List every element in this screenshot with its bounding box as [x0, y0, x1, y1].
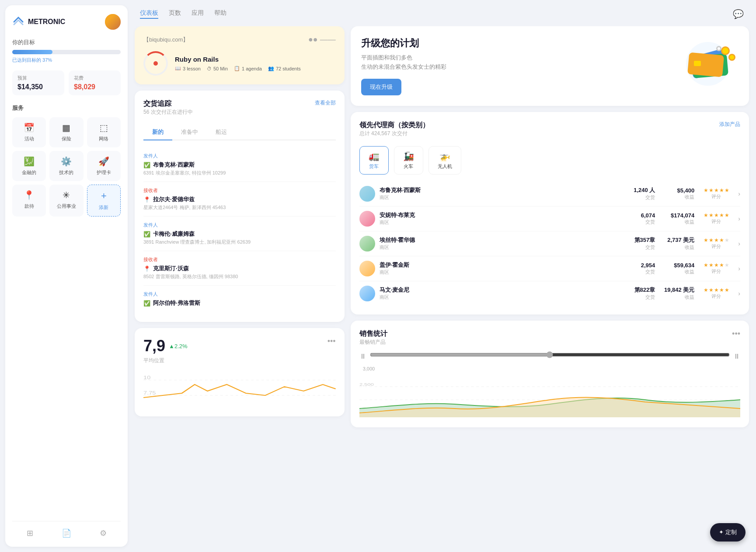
agent-stat-2: 第357章 交货	[629, 236, 655, 251]
svg-rect-7	[687, 52, 724, 77]
svg-point-12	[730, 55, 734, 59]
service-finance[interactable]: 💹 金融的	[12, 151, 46, 181]
agent-rev-label-2: 收益	[659, 244, 694, 251]
cat-tab-train[interactable]: 🚂 火车	[394, 146, 423, 175]
agent-arrow-0[interactable]: ›	[738, 190, 740, 197]
nav-dashboard[interactable]: 仪表板	[140, 9, 158, 19]
service-reception[interactable]: 📍 款待	[12, 185, 46, 217]
goal-section: 你的目标 已达到目标的 37%	[12, 38, 121, 63]
chat-icon[interactable]: 💬	[733, 9, 744, 19]
nav-right: 💬	[733, 9, 744, 19]
agent-arrow-4[interactable]: ›	[738, 290, 740, 297]
sales-title-area: 销售统计 最畅销产品	[359, 329, 387, 351]
network-icon: ⬚	[100, 122, 108, 133]
tab-new[interactable]: 新的	[143, 125, 172, 140]
service-activity[interactable]: 📅 活动	[12, 117, 46, 147]
play-icon-left: ⏸	[359, 353, 366, 360]
agent-stat-4: 第822章 交货	[629, 286, 655, 300]
rating-label-2: 评分	[711, 243, 721, 250]
delivery-item-1: 接收者 📍 拉尔夫·爱德华兹 星家大道2464号 梅萨, 新泽西州 45463	[143, 182, 336, 217]
sender-icon-4: ✅	[143, 300, 150, 307]
nav-apps[interactable]: 应用	[192, 9, 204, 19]
illustration-svg	[669, 40, 739, 92]
delivery-link[interactable]: 查看全部	[315, 99, 336, 107]
customize-button[interactable]: ✦ 定制	[710, 523, 746, 542]
stars-3: ★★★★★	[704, 262, 729, 268]
agenda-icon: 📋	[234, 66, 240, 71]
sales-chart: 2,500	[359, 374, 740, 417]
agent-region-0: 南区	[380, 194, 625, 201]
agent-arrow-1[interactable]: ›	[738, 215, 740, 222]
promo-ring	[143, 51, 168, 76]
agent-row-4: 马文·麦金尼 南区 第822章 交货 19,842 美元 收益	[359, 281, 740, 306]
agent-money-2: 2,737 美元 收益	[659, 236, 694, 251]
upgrade-desc-line2: 生动的未混合紫色头发女士的精彩	[361, 63, 446, 70]
stars-2: ★★★★★	[704, 237, 729, 243]
service-add[interactable]: + 添新	[87, 185, 121, 217]
delivery-title: 交货追踪	[143, 99, 193, 108]
agent-list: 布鲁克林·西蒙斯 南区 1,240 人 交货 $5,400 收益	[359, 182, 740, 306]
avg-label: 平均位置	[143, 357, 336, 364]
service-tech[interactable]: ⚙️ 技术的	[49, 151, 83, 181]
upgrade-button[interactable]: 现在升级	[361, 79, 401, 95]
agenda-text: 1 agenda	[242, 66, 262, 71]
agent-arrow-2[interactable]: ›	[738, 240, 740, 247]
stars-4: ★★★★★	[704, 287, 729, 293]
nav-pages[interactable]: 页数	[169, 9, 181, 19]
tab-shipping[interactable]: 船运	[207, 125, 236, 140]
rating-label-3: 评分	[711, 268, 721, 275]
agent-info-3: 盖伊·霍金斯 南区	[380, 261, 625, 276]
upgrade-title: 升级您的计划	[361, 37, 446, 50]
service-label-insurance: 保险	[62, 136, 71, 142]
agent-arrow-3[interactable]: ›	[738, 265, 740, 272]
students-text: 72 students	[276, 66, 301, 71]
agent-name-3: 盖伊·霍金斯	[380, 261, 625, 269]
avg-position-card: 7,9 ▲2.2% ••• 平均位置 10 7.75	[135, 328, 345, 416]
delivery-item-0: 发件人 ✅ 布鲁克林·西蒙斯 6391 埃尔金圣塞塞尔, 特拉华州 10299	[143, 147, 336, 182]
addr-1: 星家大道2464号 梅萨, 新泽西州 45463	[143, 204, 336, 211]
agent-row-2: 埃丝特·霍华德 南区 第357章 交货 2,737 美元 收益	[359, 231, 740, 256]
avg-more-icon[interactable]: •••	[327, 337, 336, 346]
agent-stat-3: 2,954 交货	[629, 262, 655, 275]
drone-label: 无人机	[438, 163, 452, 170]
sales-more-icon[interactable]: •••	[732, 329, 740, 339]
promo-card: 【biqubiqu.com】 ●● —— Ruby on Rails 📖 3 l…	[135, 26, 345, 84]
service-insurance[interactable]: ▦ 保险	[49, 117, 83, 147]
service-public[interactable]: ✳ 公用事业	[49, 185, 83, 217]
service-label-finance: 金融的	[22, 169, 36, 176]
addr-3: 8502 普雷斯顿路, 英格尔伍德, 缅因州 98380	[143, 273, 336, 280]
nav-help[interactable]: 帮助	[214, 9, 226, 19]
progress-bar	[12, 50, 121, 54]
add-product-button[interactable]: 添加产品	[719, 121, 740, 128]
upgrade-desc-line1: 平面插图和我们多色	[361, 54, 412, 61]
promo-dots[interactable]: ●● ——	[308, 35, 336, 44]
lessons-item: 📖 3 lesson	[175, 66, 201, 71]
cat-tab-drone[interactable]: 🚁 无人机	[429, 146, 461, 175]
delivery-card: 交货追踪 56 次交付正在进行中 查看全部 新的 准备中 船运 发件人 ✅	[135, 91, 345, 322]
rating-col-1: ★★★★★ 评分	[699, 212, 734, 225]
avg-chart: 10 7.75	[143, 371, 336, 406]
cat-tab-truck[interactable]: 🚛 货车	[359, 146, 389, 175]
agent-info-1: 安妮特·布莱克 南区	[380, 211, 625, 226]
finance-icon: 💹	[24, 156, 35, 167]
services-title: 服务	[12, 104, 121, 112]
agent-row-1: 安妮特·布莱克 南区 6,074 交货 $174,074 收益	[359, 206, 740, 231]
agent-region-2: 南区	[380, 244, 625, 251]
avatar[interactable]	[105, 14, 121, 30]
delivery-tabs: 新的 准备中 船运	[143, 125, 336, 140]
avg-number: 7,9	[143, 337, 165, 355]
tab-preparing[interactable]: 准备中	[172, 125, 207, 140]
layers-icon[interactable]: ⊞	[27, 528, 33, 538]
service-nursing[interactable]: 🚀 护理卡	[87, 151, 121, 181]
agent-rev-label-0: 收益	[659, 194, 694, 200]
insurance-icon: ▦	[62, 122, 70, 133]
settings-icon[interactable]: ⚙	[100, 528, 107, 538]
range-slider[interactable]	[370, 351, 730, 358]
service-label-nursing: 护理卡	[97, 169, 111, 176]
agenda-item: 📋 1 agenda	[234, 66, 262, 71]
agent-trans-label-2: 交货	[629, 244, 655, 251]
agent-rev-2: 2,737 美元	[659, 236, 694, 244]
file-icon[interactable]: 📄	[62, 528, 71, 538]
service-network[interactable]: ⬚ 网络	[87, 117, 121, 147]
nav-links: 仪表板 页数 应用 帮助	[140, 9, 226, 19]
